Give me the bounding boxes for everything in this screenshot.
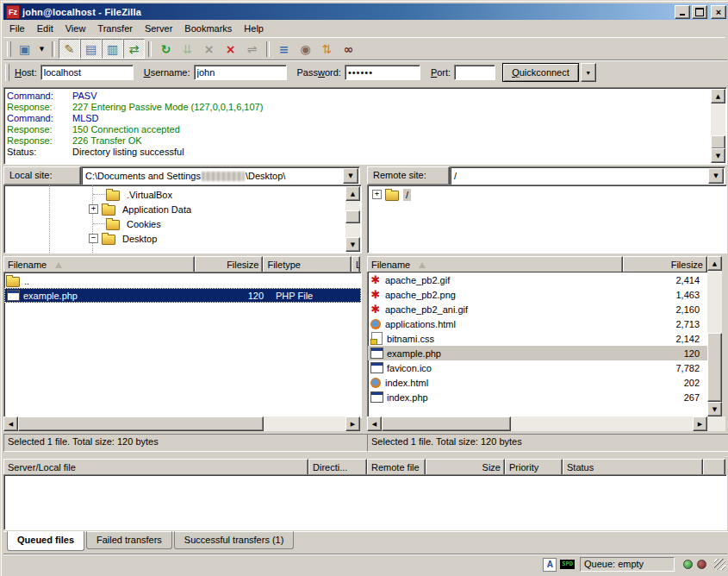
scrollbar-thumb[interactable] (382, 416, 511, 431)
synchronized-browsing-button[interactable]: ⇅ (316, 39, 338, 59)
toggle-log-button[interactable]: ✎ (59, 39, 80, 59)
local-directory-tree[interactable]: .VirtualBox +Application Data Cookies −D… (3, 185, 362, 254)
transfer-type-icon[interactable]: A (543, 558, 557, 572)
tree-item-application-data[interactable]: +Application Data (4, 202, 361, 216)
scroll-up-button[interactable]: ▲ (707, 256, 722, 271)
remote-site-combo[interactable]: / ▼ (450, 166, 725, 185)
scroll-down-button[interactable]: ▼ (345, 237, 360, 252)
queue-column-local-file[interactable]: Server/Local file (3, 459, 308, 476)
column-header-filesize[interactable]: Filesize (623, 256, 707, 273)
menu-transfer[interactable]: Transfer (91, 22, 139, 36)
expand-icon[interactable]: + (372, 190, 382, 199)
file-row[interactable]: ✱apache_pb2.gif 2,414 (368, 272, 708, 287)
column-header-filetype[interactable]: Filetype (263, 256, 352, 273)
directory-comparison-button[interactable]: ◉ (295, 39, 316, 59)
quickconnect-dropdown-button[interactable]: ▼ (581, 63, 596, 82)
queue-column-size[interactable]: Size (426, 459, 505, 476)
process-queue-button[interactable]: ⇊ (177, 39, 198, 59)
queue-column-remote-file[interactable]: Remote file (367, 459, 426, 476)
remote-file-list[interactable]: ✱apache_pb2.gif 2,414 ✱apache_pb2.png 1,… (367, 272, 709, 417)
filter-button[interactable]: ≡ (273, 39, 295, 59)
speed-limits-icon[interactable]: SPD (560, 560, 575, 569)
toggle-remote-tree-button[interactable]: ▥ (102, 39, 123, 59)
scrollbar-thumb[interactable] (18, 416, 264, 431)
tab-queued-files[interactable]: Queued files (7, 531, 84, 551)
collapse-icon[interactable]: − (89, 234, 98, 243)
tree-item-root[interactable]: +/ (368, 187, 726, 202)
title-bar[interactable]: Fz john@localhost - FileZilla × (3, 3, 728, 20)
queue-column-status[interactable]: Status (563, 459, 703, 476)
scroll-right-button[interactable]: ▶ (345, 416, 360, 431)
menu-edit[interactable]: Edit (31, 22, 59, 36)
file-row[interactable]: index.html 202 (368, 375, 708, 390)
scroll-down-button[interactable]: ▼ (711, 148, 725, 163)
tree-item-cookies[interactable]: Cookies (4, 216, 361, 231)
site-manager-button[interactable]: ▣ (14, 39, 35, 59)
quickconnect-button[interactable]: Quickconnect (502, 63, 579, 82)
find-files-button[interactable]: ∞ (338, 39, 359, 59)
toggle-local-tree-button[interactable]: ▤ (80, 39, 102, 59)
reconnect-button[interactable]: ⇌ (241, 39, 263, 59)
file-row[interactable]: ✱apache_pb2_ani.gif 2,160 (368, 302, 708, 316)
tab-failed-transfers[interactable]: Failed transfers (86, 531, 172, 549)
toolbar-grip[interactable] (7, 41, 11, 57)
host-input[interactable] (40, 65, 134, 80)
expand-icon[interactable]: + (89, 204, 98, 214)
scroll-up-button[interactable]: ▲ (345, 186, 360, 201)
refresh-button[interactable]: ↻ (155, 39, 177, 59)
chevron-down-icon[interactable]: ▼ (708, 168, 724, 184)
file-row[interactable]: ✱apache_pb2.png 1,463 (368, 287, 708, 302)
toggle-queue-button[interactable]: ⇄ (123, 39, 145, 59)
menu-help[interactable]: Help (238, 22, 270, 36)
local-file-list[interactable]: .. example.php 120 PHP File 1 (3, 272, 362, 418)
message-log[interactable]: Command:PASV Response:227 Entering Passi… (3, 87, 727, 165)
file-row[interactable]: bitnami.css 2,142 (368, 331, 708, 346)
file-row[interactable]: index.php 267 (368, 390, 708, 404)
column-header-lastmodified[interactable]: L (352, 256, 360, 273)
resize-grip[interactable] (714, 559, 725, 570)
file-row[interactable]: applications.html 2,713 (368, 316, 708, 331)
cancel-button[interactable]: × (198, 39, 220, 59)
remote-list-vscrollbar[interactable]: ▲ ▼ (707, 256, 722, 416)
scrollbar-thumb[interactable] (345, 210, 360, 223)
remote-list-hscrollbar[interactable]: ◀ ▶ (367, 416, 725, 431)
close-button[interactable]: × (711, 5, 726, 19)
queue-column-priority[interactable]: Priority (505, 459, 563, 476)
tree-item-virtualbox[interactable]: .VirtualBox (4, 187, 361, 202)
local-list-hscrollbar[interactable]: ◀ ▶ (3, 416, 360, 431)
menu-file[interactable]: File (3, 22, 31, 36)
site-manager-dropdown-button[interactable]: ▼ (35, 39, 48, 59)
column-header-filesize[interactable]: Filesize (195, 256, 263, 273)
file-row[interactable]: favicon.ico 7,782 (368, 360, 708, 375)
scroll-right-button[interactable]: ▶ (693, 416, 707, 431)
password-input[interactable] (345, 65, 420, 80)
menu-server[interactable]: Server (139, 22, 178, 36)
scroll-down-button[interactable]: ▼ (707, 402, 722, 416)
tree-item-desktop[interactable]: −Desktop (4, 231, 361, 246)
local-tree-scrollbar[interactable]: ▲ ▼ (345, 186, 360, 252)
file-row-example-php[interactable]: example.php 120 (368, 346, 708, 360)
disconnect-button[interactable]: × (220, 39, 241, 59)
transfer-queue-list[interactable] (3, 474, 727, 530)
column-header-filename[interactable]: Filename (367, 256, 623, 273)
scroll-left-button[interactable]: ◀ (3, 416, 18, 431)
file-row-example-php[interactable]: example.php 120 PHP File 1 (4, 288, 361, 303)
chevron-down-icon[interactable]: ▼ (343, 168, 358, 184)
scroll-up-button[interactable]: ▲ (711, 89, 725, 103)
tab-successful-transfers[interactable]: Successful transfers (1) (174, 531, 295, 549)
remote-directory-tree[interactable]: +/ (367, 185, 727, 254)
log-scrollbar[interactable]: ▲ ▼ (711, 89, 725, 163)
scrollbar-thumb[interactable] (711, 135, 725, 149)
file-row-parent-dir[interactable]: .. (4, 273, 361, 288)
queue-column-direction[interactable]: Directi... (308, 459, 367, 476)
username-input[interactable] (194, 65, 287, 80)
column-header-filename[interactable]: Filename (3, 256, 195, 273)
scrollbar-thumb[interactable] (707, 333, 722, 402)
maximize-button[interactable] (692, 5, 707, 19)
quickbar-grip[interactable] (5, 64, 9, 81)
port-input[interactable] (454, 65, 495, 80)
minimize-button[interactable] (675, 5, 690, 19)
menu-bookmarks[interactable]: Bookmarks (178, 22, 238, 36)
scroll-left-button[interactable]: ◀ (367, 416, 382, 431)
menu-view[interactable]: View (59, 22, 92, 36)
